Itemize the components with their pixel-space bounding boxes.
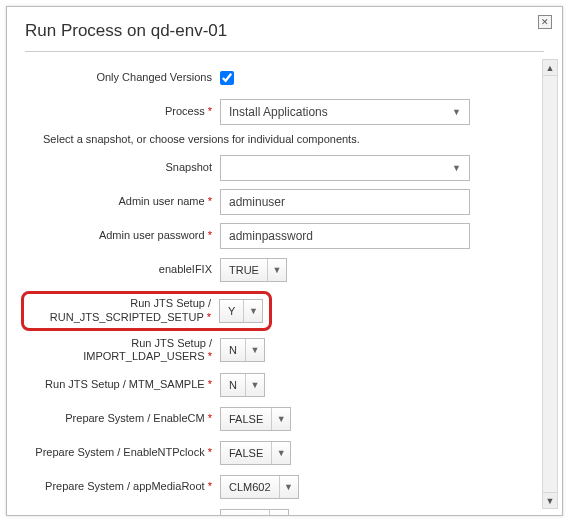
divider [25,51,544,52]
chevron-down-icon: ▼ [272,265,281,275]
chevron-down-icon: ▼ [452,163,461,173]
chevron-down-icon: ▼ [250,380,259,390]
row-mtm-sample: Run JTS Setup / MTM_SAMPLE * N ▼ [25,372,544,398]
label-mtm-sample: Run JTS Setup / MTM_SAMPLE * [25,378,220,392]
admin-user-input[interactable]: adminuser [220,189,470,215]
chevron-down-icon: ▼ [284,482,293,492]
label-snapshot: Snapshot [25,161,220,175]
process-value: Install Applications [229,105,328,119]
app-media-select[interactable]: CLM602 ▼ [220,475,299,499]
vertical-scrollbar[interactable]: ▲ ▼ [542,59,558,509]
enable-ifix-select[interactable]: TRUE ▼ [220,258,287,282]
label-import-ldap: Run JTS Setup / IMPORT_LDAP_USERS * [25,337,220,365]
dialog-header: Run Process on qd-env-01 ✕ [7,7,562,51]
row-only-changed: Only Changed Versions [25,65,544,91]
chevron-down-icon: ▼ [277,414,286,424]
row-admin-pass: Admin user password * adminpassword [25,223,544,249]
label-process: Process * [25,105,220,119]
scroll-up-arrow-icon[interactable]: ▲ [543,60,557,76]
row-ifix-version: Prepare System / iFixVersion NONE ▼ [25,508,544,516]
snapshot-select[interactable]: ▼ [220,155,470,181]
import-ldap-select[interactable]: N ▼ [220,338,265,362]
enable-ntp-select[interactable]: FALSE ▼ [220,441,291,465]
label-admin-user: Admin user name * [25,195,220,209]
row-run-jts-scripted: Run JTS Setup / RUN_JTS_SCRIPTED_SETUP *… [25,291,544,331]
chevron-down-icon: ▼ [452,107,461,117]
row-app-media: Prepare System / appMediaRoot * CLM602 ▼ [25,474,544,500]
row-enable-ntp: Prepare System / EnableNTPclock * FALSE … [25,440,544,466]
label-enable-ifix: enableIFIX [25,263,220,277]
row-enable-cm: Prepare System / EnableCM * FALSE ▼ [25,406,544,432]
chevron-down-icon: ▼ [249,306,258,316]
label-run-jts-scripted: Run JTS Setup / RUN_JTS_SCRIPTED_SETUP * [24,297,219,325]
run-process-dialog: Run Process on qd-env-01 ✕ Only Changed … [6,6,563,516]
label-ifix-version: Prepare System / iFixVersion [25,514,220,516]
label-enable-ntp: Prepare System / EnableNTPclock * [25,446,220,460]
label-only-changed: Only Changed Versions [25,71,220,85]
row-admin-user: Admin user name * adminuser [25,189,544,215]
row-snapshot: Snapshot ▼ [25,155,544,181]
only-changed-checkbox[interactable] [220,71,234,85]
admin-pass-input[interactable]: adminpassword [220,223,470,249]
ifix-version-select[interactable]: NONE ▼ [220,509,289,516]
enable-cm-select[interactable]: FALSE ▼ [220,407,291,431]
close-icon[interactable]: ✕ [538,15,552,29]
process-select[interactable]: Install Applications ▼ [220,99,470,125]
label-enable-cm: Prepare System / EnableCM * [25,412,220,426]
row-import-ldap: Run JTS Setup / IMPORT_LDAP_USERS * N ▼ [25,337,544,365]
highlight-box: Run JTS Setup / RUN_JTS_SCRIPTED_SETUP *… [21,291,272,331]
label-admin-pass: Admin user password * [25,229,220,243]
form-scroll-region[interactable]: Only Changed Versions Process * Install … [7,57,562,515]
dialog-title: Run Process on qd-env-01 [25,21,544,41]
label-app-media: Prepare System / appMediaRoot * [25,480,220,494]
run-jts-scripted-select[interactable]: Y ▼ [219,299,263,323]
chevron-down-icon: ▼ [277,448,286,458]
mtm-sample-select[interactable]: N ▼ [220,373,265,397]
row-process: Process * Install Applications ▼ [25,99,544,125]
info-text: Select a snapshot, or choose versions fo… [25,133,544,145]
chevron-down-icon: ▼ [250,345,259,355]
scroll-down-arrow-icon[interactable]: ▼ [543,492,557,508]
row-enable-ifix: enableIFIX TRUE ▼ [25,257,544,283]
